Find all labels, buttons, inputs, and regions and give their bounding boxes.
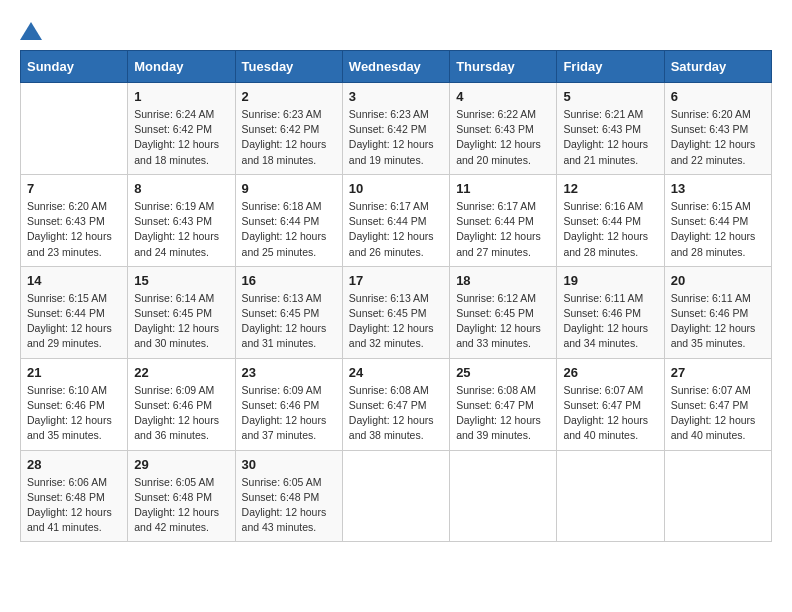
week-row-1: 1Sunrise: 6:24 AM Sunset: 6:42 PM Daylig… — [21, 83, 772, 175]
cell-info: Sunrise: 6:07 AM Sunset: 6:47 PM Dayligh… — [671, 383, 765, 444]
calendar-cell: 26Sunrise: 6:07 AM Sunset: 6:47 PM Dayli… — [557, 358, 664, 450]
col-header-tuesday: Tuesday — [235, 51, 342, 83]
calendar-cell: 1Sunrise: 6:24 AM Sunset: 6:42 PM Daylig… — [128, 83, 235, 175]
day-number: 17 — [349, 273, 443, 288]
cell-info: Sunrise: 6:22 AM Sunset: 6:43 PM Dayligh… — [456, 107, 550, 168]
col-header-friday: Friday — [557, 51, 664, 83]
calendar-cell: 25Sunrise: 6:08 AM Sunset: 6:47 PM Dayli… — [450, 358, 557, 450]
calendar-cell: 12Sunrise: 6:16 AM Sunset: 6:44 PM Dayli… — [557, 174, 664, 266]
cell-info: Sunrise: 6:08 AM Sunset: 6:47 PM Dayligh… — [456, 383, 550, 444]
calendar-cell: 29Sunrise: 6:05 AM Sunset: 6:48 PM Dayli… — [128, 450, 235, 542]
cell-info: Sunrise: 6:12 AM Sunset: 6:45 PM Dayligh… — [456, 291, 550, 352]
cell-info: Sunrise: 6:05 AM Sunset: 6:48 PM Dayligh… — [134, 475, 228, 536]
day-number: 4 — [456, 89, 550, 104]
day-number: 10 — [349, 181, 443, 196]
cell-info: Sunrise: 6:24 AM Sunset: 6:42 PM Dayligh… — [134, 107, 228, 168]
calendar-cell: 3Sunrise: 6:23 AM Sunset: 6:42 PM Daylig… — [342, 83, 449, 175]
day-number: 18 — [456, 273, 550, 288]
calendar-cell: 11Sunrise: 6:17 AM Sunset: 6:44 PM Dayli… — [450, 174, 557, 266]
calendar-cell — [664, 450, 771, 542]
cell-info: Sunrise: 6:18 AM Sunset: 6:44 PM Dayligh… — [242, 199, 336, 260]
calendar-cell: 17Sunrise: 6:13 AM Sunset: 6:45 PM Dayli… — [342, 266, 449, 358]
day-number: 1 — [134, 89, 228, 104]
calendar-cell: 5Sunrise: 6:21 AM Sunset: 6:43 PM Daylig… — [557, 83, 664, 175]
week-row-5: 28Sunrise: 6:06 AM Sunset: 6:48 PM Dayli… — [21, 450, 772, 542]
cell-info: Sunrise: 6:20 AM Sunset: 6:43 PM Dayligh… — [671, 107, 765, 168]
calendar-cell: 2Sunrise: 6:23 AM Sunset: 6:42 PM Daylig… — [235, 83, 342, 175]
calendar-cell — [557, 450, 664, 542]
day-number: 15 — [134, 273, 228, 288]
calendar-cell: 21Sunrise: 6:10 AM Sunset: 6:46 PM Dayli… — [21, 358, 128, 450]
cell-info: Sunrise: 6:11 AM Sunset: 6:46 PM Dayligh… — [563, 291, 657, 352]
day-number: 27 — [671, 365, 765, 380]
cell-info: Sunrise: 6:19 AM Sunset: 6:43 PM Dayligh… — [134, 199, 228, 260]
calendar-cell: 13Sunrise: 6:15 AM Sunset: 6:44 PM Dayli… — [664, 174, 771, 266]
cell-info: Sunrise: 6:07 AM Sunset: 6:47 PM Dayligh… — [563, 383, 657, 444]
day-number: 24 — [349, 365, 443, 380]
calendar-cell: 16Sunrise: 6:13 AM Sunset: 6:45 PM Dayli… — [235, 266, 342, 358]
week-row-2: 7Sunrise: 6:20 AM Sunset: 6:43 PM Daylig… — [21, 174, 772, 266]
cell-info: Sunrise: 6:11 AM Sunset: 6:46 PM Dayligh… — [671, 291, 765, 352]
day-number: 28 — [27, 457, 121, 472]
cell-info: Sunrise: 6:17 AM Sunset: 6:44 PM Dayligh… — [349, 199, 443, 260]
cell-info: Sunrise: 6:13 AM Sunset: 6:45 PM Dayligh… — [242, 291, 336, 352]
cell-info: Sunrise: 6:23 AM Sunset: 6:42 PM Dayligh… — [349, 107, 443, 168]
calendar-cell: 6Sunrise: 6:20 AM Sunset: 6:43 PM Daylig… — [664, 83, 771, 175]
day-number: 22 — [134, 365, 228, 380]
calendar-cell: 15Sunrise: 6:14 AM Sunset: 6:45 PM Dayli… — [128, 266, 235, 358]
col-header-saturday: Saturday — [664, 51, 771, 83]
calendar-cell: 19Sunrise: 6:11 AM Sunset: 6:46 PM Dayli… — [557, 266, 664, 358]
cell-info: Sunrise: 6:21 AM Sunset: 6:43 PM Dayligh… — [563, 107, 657, 168]
col-header-thursday: Thursday — [450, 51, 557, 83]
calendar-cell: 28Sunrise: 6:06 AM Sunset: 6:48 PM Dayli… — [21, 450, 128, 542]
calendar-cell: 18Sunrise: 6:12 AM Sunset: 6:45 PM Dayli… — [450, 266, 557, 358]
calendar-cell: 10Sunrise: 6:17 AM Sunset: 6:44 PM Dayli… — [342, 174, 449, 266]
day-number: 5 — [563, 89, 657, 104]
calendar-cell: 4Sunrise: 6:22 AM Sunset: 6:43 PM Daylig… — [450, 83, 557, 175]
calendar-cell: 30Sunrise: 6:05 AM Sunset: 6:48 PM Dayli… — [235, 450, 342, 542]
header-row: SundayMondayTuesdayWednesdayThursdayFrid… — [21, 51, 772, 83]
cell-info: Sunrise: 6:15 AM Sunset: 6:44 PM Dayligh… — [27, 291, 121, 352]
cell-info: Sunrise: 6:08 AM Sunset: 6:47 PM Dayligh… — [349, 383, 443, 444]
day-number: 3 — [349, 89, 443, 104]
calendar-cell: 7Sunrise: 6:20 AM Sunset: 6:43 PM Daylig… — [21, 174, 128, 266]
calendar-cell: 20Sunrise: 6:11 AM Sunset: 6:46 PM Dayli… — [664, 266, 771, 358]
day-number: 25 — [456, 365, 550, 380]
cell-info: Sunrise: 6:10 AM Sunset: 6:46 PM Dayligh… — [27, 383, 121, 444]
calendar-cell: 23Sunrise: 6:09 AM Sunset: 6:46 PM Dayli… — [235, 358, 342, 450]
col-header-monday: Monday — [128, 51, 235, 83]
cell-info: Sunrise: 6:14 AM Sunset: 6:45 PM Dayligh… — [134, 291, 228, 352]
cell-info: Sunrise: 6:17 AM Sunset: 6:44 PM Dayligh… — [456, 199, 550, 260]
calendar-header: SundayMondayTuesdayWednesdayThursdayFrid… — [21, 51, 772, 83]
day-number: 14 — [27, 273, 121, 288]
col-header-sunday: Sunday — [21, 51, 128, 83]
calendar-cell: 24Sunrise: 6:08 AM Sunset: 6:47 PM Dayli… — [342, 358, 449, 450]
day-number: 12 — [563, 181, 657, 196]
cell-info: Sunrise: 6:23 AM Sunset: 6:42 PM Dayligh… — [242, 107, 336, 168]
calendar-cell: 8Sunrise: 6:19 AM Sunset: 6:43 PM Daylig… — [128, 174, 235, 266]
calendar-table: SundayMondayTuesdayWednesdayThursdayFrid… — [20, 50, 772, 542]
day-number: 19 — [563, 273, 657, 288]
page-header — [20, 20, 772, 40]
day-number: 2 — [242, 89, 336, 104]
day-number: 13 — [671, 181, 765, 196]
week-row-3: 14Sunrise: 6:15 AM Sunset: 6:44 PM Dayli… — [21, 266, 772, 358]
calendar-cell — [450, 450, 557, 542]
col-header-wednesday: Wednesday — [342, 51, 449, 83]
cell-info: Sunrise: 6:13 AM Sunset: 6:45 PM Dayligh… — [349, 291, 443, 352]
logo-icon — [20, 20, 42, 42]
calendar-cell: 27Sunrise: 6:07 AM Sunset: 6:47 PM Dayli… — [664, 358, 771, 450]
calendar-body: 1Sunrise: 6:24 AM Sunset: 6:42 PM Daylig… — [21, 83, 772, 542]
day-number: 26 — [563, 365, 657, 380]
svg-marker-0 — [20, 22, 42, 40]
day-number: 29 — [134, 457, 228, 472]
day-number: 21 — [27, 365, 121, 380]
cell-info: Sunrise: 6:09 AM Sunset: 6:46 PM Dayligh… — [134, 383, 228, 444]
cell-info: Sunrise: 6:16 AM Sunset: 6:44 PM Dayligh… — [563, 199, 657, 260]
calendar-cell: 22Sunrise: 6:09 AM Sunset: 6:46 PM Dayli… — [128, 358, 235, 450]
calendar-cell — [21, 83, 128, 175]
day-number: 16 — [242, 273, 336, 288]
day-number: 8 — [134, 181, 228, 196]
day-number: 7 — [27, 181, 121, 196]
cell-info: Sunrise: 6:05 AM Sunset: 6:48 PM Dayligh… — [242, 475, 336, 536]
